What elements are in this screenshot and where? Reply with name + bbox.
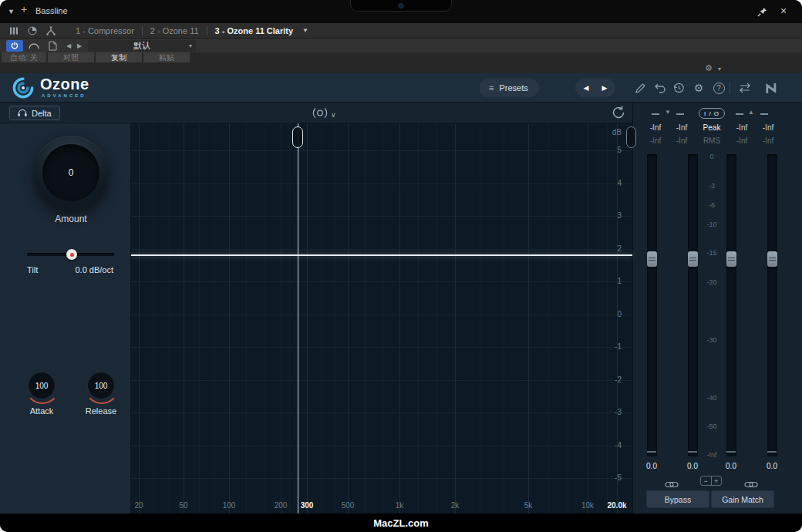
- gain-stepper[interactable]: − +: [700, 476, 722, 486]
- grid-line-vertical: [548, 123, 549, 513]
- grid-line-vertical: [348, 123, 349, 513]
- rename-pencil-icon[interactable]: [632, 80, 648, 96]
- chain-view-icon[interactable]: [43, 25, 59, 36]
- ab-reference-swap-icon[interactable]: [737, 80, 753, 96]
- help-icon[interactable]: ?: [711, 80, 726, 96]
- history-icon[interactable]: [671, 80, 686, 96]
- preset-next-icon[interactable]: ▶: [595, 84, 614, 92]
- presets-menu-icon: ≡: [489, 83, 494, 93]
- pin-icon[interactable]: [757, 6, 767, 20]
- spectrum-loop-icon[interactable]: [611, 105, 626, 123]
- crossover-line: [298, 123, 298, 513]
- window-menu-chevron-icon[interactable]: ▼: [8, 7, 15, 16]
- clarity-curve-line: [131, 254, 632, 256]
- fader-gain-value: 0.0: [646, 462, 657, 470]
- mixer-view-icon[interactable]: [6, 25, 22, 36]
- automation-toggle[interactable]: 自动: 关: [2, 52, 46, 62]
- amount-value: 0: [42, 144, 99, 201]
- meter-scale-label: -10: [706, 221, 716, 228]
- preset-file-icon[interactable]: [45, 40, 60, 52]
- db-axis-label: 4: [617, 179, 622, 187]
- tab-ozone-11-clarity[interactable]: 3 - Ozone 11 Clarity: [207, 26, 301, 35]
- paste-button[interactable]: 粘贴: [143, 52, 190, 62]
- input-link-chain-icon[interactable]: [665, 477, 679, 491]
- tab-ozone-11[interactable]: 2 - Ozone 11: [143, 26, 207, 35]
- meter-scale-label: 0: [709, 153, 713, 160]
- grid-line-vertical: [264, 123, 265, 513]
- host-edit-bar: 自动: 关 对照 复制 粘贴: [0, 52, 802, 63]
- db-axis-label: 3: [617, 211, 622, 220]
- fader-gain-value: 0.0: [726, 462, 736, 470]
- db-axis-label: 2: [617, 244, 622, 253]
- meter-scale-label: -3: [709, 182, 715, 190]
- db-axis-label: -5: [615, 473, 622, 482]
- grid-line-horizontal: [131, 412, 632, 413]
- gain-decrement-icon[interactable]: −: [701, 476, 711, 485]
- grid-line-vertical: [588, 123, 588, 513]
- freq-axis-label: 2k: [451, 501, 460, 510]
- grid-line-vertical: [246, 123, 247, 513]
- brand-subtitle: ADVANCED: [42, 93, 86, 98]
- output-link-chain-icon[interactable]: [744, 477, 758, 491]
- help-question-icon: ?: [713, 82, 725, 94]
- delta-button[interactable]: Delta: [9, 106, 60, 120]
- host-settings-strip: ⚙ ▾: [0, 63, 802, 73]
- tab-compressor[interactable]: 1 - Compressor: [68, 26, 142, 35]
- grid-line-vertical: [289, 123, 290, 513]
- ozone-header: Ozone ADVANCED ≡ Presets ◀ ▶ ⚙ ?: [0, 73, 802, 103]
- plugin-power-button[interactable]: [6, 40, 23, 52]
- watermark-text: MacZL.com: [373, 517, 429, 529]
- soft-bypass-icon[interactable]: [26, 40, 42, 52]
- freq-axis-label: 10k: [581, 501, 594, 510]
- grid-line-vertical: [399, 123, 400, 513]
- db-axis-label: -3: [615, 408, 622, 416]
- grid-line-horizontal: [131, 216, 632, 217]
- undo-icon[interactable]: [652, 80, 668, 96]
- preset-nav-group: ◀ ▶: [575, 79, 615, 97]
- gain-match-button[interactable]: Gain Match: [711, 490, 774, 508]
- host-toolbar: ◀ ▶ 默认 ▾: [0, 39, 802, 52]
- host-preset-value: 默认: [133, 40, 150, 52]
- spectrum-grid: [131, 123, 632, 513]
- close-icon[interactable]: ×: [780, 5, 787, 17]
- prev-preset-icon[interactable]: ◀: [63, 42, 74, 49]
- db-axis-label: 5: [617, 146, 622, 154]
- range-edge-handle[interactable]: [626, 126, 636, 148]
- grid-line-horizontal: [131, 249, 632, 250]
- next-preset-icon[interactable]: ▶: [74, 42, 85, 49]
- stereo-icon: [312, 107, 329, 122]
- host-settings-gear-icon[interactable]: ⚙: [705, 63, 713, 73]
- spectrum-display[interactable]: 20501002003005001k2k5k10k20.0k dB543210-…: [131, 123, 632, 513]
- window-title: Bassline: [35, 6, 68, 15]
- stereo-mode-selector[interactable]: ∨: [312, 107, 336, 122]
- release-knob[interactable]: 100: [87, 372, 115, 399]
- presets-label: Presets: [499, 83, 538, 93]
- pie-view-icon[interactable]: [25, 25, 40, 36]
- grid-line-vertical: [184, 123, 184, 513]
- attack-knob[interactable]: 100: [28, 372, 56, 399]
- meter-scale-label: -30: [706, 336, 716, 344]
- host-preset-selector[interactable]: 默认 ▾: [88, 40, 196, 52]
- delta-label: Delta: [32, 109, 52, 118]
- grid-line-vertical: [455, 123, 456, 513]
- add-tab-icon[interactable]: +: [21, 5, 27, 14]
- grid-line-vertical: [169, 123, 170, 513]
- copy-button[interactable]: 复制: [96, 52, 142, 62]
- grid-line-vertical: [334, 123, 335, 513]
- preset-prev-icon[interactable]: ◀: [577, 84, 595, 92]
- crossover-handle[interactable]: [292, 126, 303, 148]
- gain-increment-icon[interactable]: +: [711, 476, 722, 485]
- bypass-button[interactable]: Bypass: [646, 490, 709, 508]
- settings-gear-icon[interactable]: ⚙: [691, 80, 706, 96]
- footer-bar: MacZL.com: [0, 513, 802, 532]
- grid-line-vertical: [307, 123, 308, 513]
- tab-dropdown-caret-icon[interactable]: ▼: [302, 27, 308, 34]
- grid-line-vertical: [199, 123, 200, 513]
- compare-button[interactable]: 对照: [48, 52, 94, 62]
- presets-button[interactable]: ≡ Presets: [480, 79, 539, 97]
- amount-knob[interactable]: 0: [34, 136, 108, 210]
- preset-caret-icon: ▾: [189, 42, 192, 49]
- freq-axis-label: 50: [179, 501, 187, 510]
- freq-axis-label: 500: [342, 501, 355, 510]
- tilt-slider-handle[interactable]: [66, 249, 77, 260]
